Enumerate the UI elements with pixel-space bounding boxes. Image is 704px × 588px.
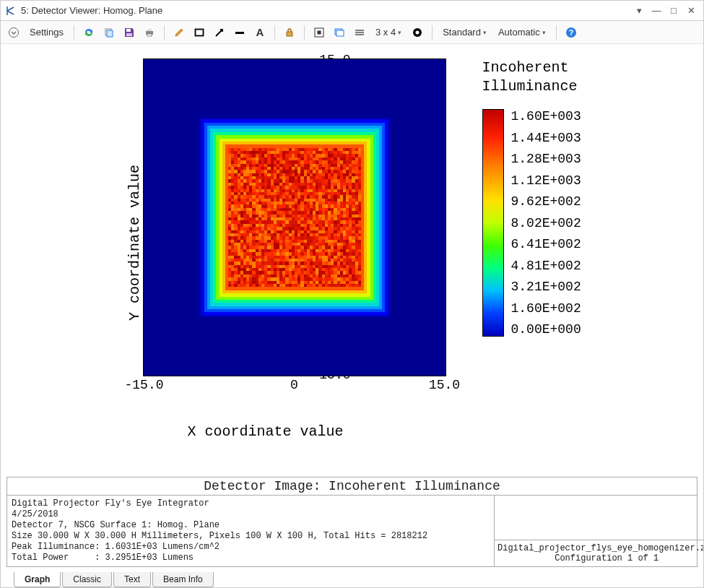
legend-title: Incoherent Illuminance	[482, 59, 656, 96]
print-icon[interactable]	[141, 24, 158, 41]
app-icon	[5, 5, 17, 17]
info-right-top	[495, 496, 703, 540]
layers-icon[interactable]	[331, 24, 348, 41]
x-tick-label: -15.0	[124, 378, 163, 392]
tab-text[interactable]: Text	[113, 572, 151, 587]
dropdown-button[interactable]: ▾	[631, 3, 647, 19]
x-tick-label: 0	[290, 378, 298, 392]
colorbar-tick: 1.12E+003	[511, 173, 581, 188]
info-panel: Detector Image: Incoherent Illuminance D…	[6, 477, 698, 567]
rectangle-icon[interactable]	[191, 24, 208, 41]
fit-icon[interactable]	[310, 24, 328, 41]
automatic-dropdown[interactable]: Automatic	[494, 24, 550, 41]
svg-rect-7	[147, 34, 152, 36]
info-config: Configuration 1 of 1	[555, 553, 659, 563]
info-line: Peak Illuminance: 1.6031E+03 Lumens/cm^2	[12, 542, 220, 552]
svg-rect-9	[235, 32, 244, 34]
info-line: Size 30.000 W X 30.000 H Millimeters, Pi…	[12, 531, 427, 541]
svg-rect-2	[107, 30, 113, 37]
colorbar-legend: Incoherent Illuminance 1.60E+003 1.44E+0…	[482, 59, 656, 337]
close-button[interactable]: ✕	[683, 3, 699, 19]
colorbar-tick: 9.62E+002	[511, 194, 581, 209]
arrow-icon[interactable]	[211, 24, 228, 41]
colorbar-ticks: 1.60E+003 1.44E+003 1.28E+003 1.12E+003 …	[511, 109, 581, 337]
refresh-icon[interactable]	[80, 24, 97, 41]
svg-rect-8	[195, 29, 203, 35]
colorbar-tick: 1.28E+003	[511, 152, 581, 166]
grid-size-dropdown[interactable]: 3 x 4	[371, 24, 406, 41]
plot-area: Y coordinate value 15.0 0 -15.0 -15.0 0 …	[1, 44, 703, 474]
line-weight-icon[interactable]	[231, 24, 248, 41]
toolbar: Settings A	[1, 21, 703, 44]
expand-button[interactable]	[5, 24, 22, 41]
copy-icon[interactable]	[100, 24, 118, 41]
legend-title-line: Illuminance	[482, 78, 578, 95]
info-line: 4/25/2018	[12, 509, 58, 519]
svg-rect-14	[336, 30, 344, 36]
stack-icon[interactable]	[351, 24, 368, 41]
help-icon[interactable]: ?	[562, 24, 580, 41]
pencil-icon[interactable]	[170, 24, 188, 41]
svg-rect-10	[287, 32, 292, 36]
info-title: Detector Image: Incoherent Illuminance	[7, 477, 697, 496]
svg-rect-4	[126, 33, 132, 36]
x-tick-label: 15.0	[429, 378, 460, 392]
info-line: Digital Projector Fly's Eye Integrator	[12, 498, 209, 509]
info-line: Total Power : 3.2951E+03 Lumens	[12, 553, 194, 563]
maximize-button[interactable]: □	[666, 3, 682, 19]
minimize-button[interactable]: —	[648, 3, 664, 19]
tab-graph[interactable]: Graph	[14, 572, 61, 587]
standard-dropdown[interactable]: Standard	[438, 24, 491, 41]
y-axis-label: Y coordinate value	[126, 165, 142, 321]
save-icon[interactable]	[121, 24, 138, 41]
tab-beam-info[interactable]: Beam Info	[152, 572, 214, 587]
x-axis-label: X coordinate value	[187, 423, 343, 440]
colorbar-tick: 6.41E+002	[511, 237, 581, 251]
bottom-tabs: Graph Classic Text Beam Info	[1, 567, 703, 587]
lock-icon[interactable]	[281, 24, 298, 41]
colorbar	[482, 109, 504, 337]
colorbar-tick: 1.60E+003	[511, 109, 581, 124]
colorbar-tick: 1.44E+003	[511, 131, 581, 145]
heatmap[interactable]	[144, 59, 446, 376]
settings-button[interactable]: Settings	[25, 24, 68, 41]
svg-rect-6	[147, 29, 152, 31]
tab-classic[interactable]: Classic	[62, 572, 112, 587]
window-title: 5: Detector Viewer: Homog. Plane	[21, 5, 162, 16]
info-line: Detector 7, NSCG Surface 1: Homog. Plane	[12, 520, 220, 530]
info-text: Digital Projector Fly's Eye Integrator 4…	[7, 496, 495, 566]
titlebar: 5: Detector Viewer: Homog. Plane ▾ — □ ✕	[1, 1, 703, 21]
colorbar-tick: 8.02E+002	[511, 216, 581, 230]
svg-rect-12	[317, 30, 321, 34]
info-file: Digital_projector_flys_eye_homogenizer.z…	[495, 540, 703, 566]
svg-text:?: ?	[568, 28, 573, 37]
colorbar-tick: 3.21E+002	[511, 280, 581, 294]
colorbar-tick: 1.60E+002	[511, 301, 581, 316]
legend-title-line: Incoherent	[482, 59, 569, 76]
colorbar-tick: 4.81E+002	[511, 259, 581, 273]
svg-point-16	[416, 30, 420, 34]
target-icon[interactable]	[409, 24, 426, 41]
info-file-name: Digital_projector_flys_eye_homogenizer.z…	[497, 543, 703, 553]
main-area: Y coordinate value 15.0 0 -15.0 -15.0 0 …	[1, 44, 703, 587]
text-icon[interactable]: A	[251, 24, 269, 41]
svg-rect-3	[126, 29, 131, 32]
colorbar-tick: 0.00E+000	[511, 322, 581, 337]
svg-point-0	[9, 27, 19, 37]
